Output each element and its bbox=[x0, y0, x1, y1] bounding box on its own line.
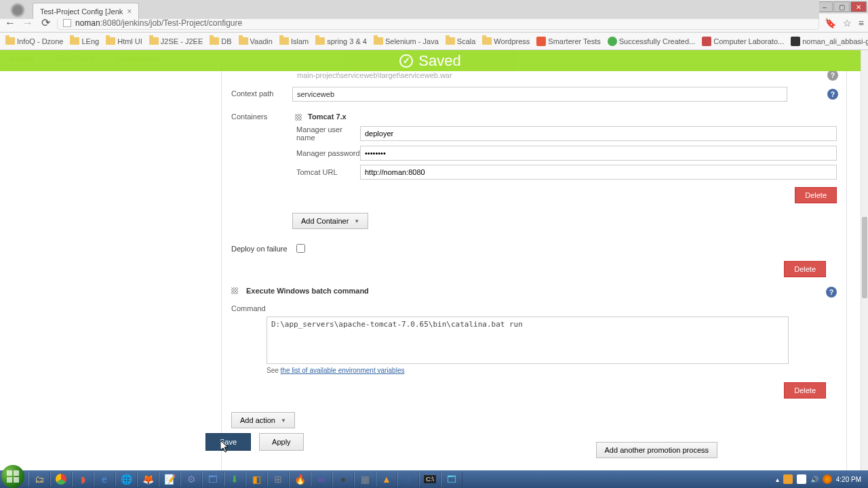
bookmark-item[interactable]: Smarterer Tests bbox=[536, 37, 600, 46]
url-path: :8080/jenkins/job/Test-Project/configure bbox=[100, 18, 242, 28]
bookmark-item[interactable]: Wordpress bbox=[482, 37, 530, 45]
bookmark-item[interactable]: J2SE - J2EE bbox=[149, 37, 203, 45]
help-icon[interactable]: ? bbox=[826, 287, 837, 298]
extension-icon[interactable]: 🔖 bbox=[825, 18, 836, 28]
manager-user-input[interactable] bbox=[360, 126, 837, 141]
window-maximize-button[interactable]: ▢ bbox=[833, 1, 850, 12]
add-promotion-button[interactable]: Add another promotion process bbox=[596, 442, 717, 458]
close-tab-icon[interactable]: × bbox=[127, 7, 132, 16]
tomcat-url-input[interactable] bbox=[360, 165, 837, 180]
command-hint: See the list of available environment va… bbox=[267, 365, 846, 378]
folder-icon bbox=[374, 37, 383, 45]
folder-icon bbox=[70, 37, 79, 45]
apply-button[interactable]: Apply bbox=[259, 433, 304, 451]
container-section-title: Tomcat 7.x bbox=[292, 110, 837, 123]
taskbar-app[interactable]: 🌐 bbox=[115, 472, 137, 487]
tray-show-hidden-icon[interactable]: ▴ bbox=[776, 476, 779, 483]
taskbar-app[interactable]: ▲ bbox=[376, 472, 397, 487]
tray-clock[interactable]: 4:20 PM bbox=[836, 476, 861, 483]
delete-container-button[interactable]: Delete bbox=[795, 187, 837, 203]
bookmark-item[interactable]: DB bbox=[210, 37, 231, 45]
window-close-button[interactable]: ✕ bbox=[850, 1, 867, 12]
delete-deploy-button[interactable]: Delete bbox=[784, 261, 826, 277]
page-scrollbar[interactable] bbox=[861, 50, 868, 472]
deploy-on-failure-checkbox[interactable] bbox=[296, 244, 305, 253]
menu-icon[interactable]: ≡ bbox=[859, 18, 864, 28]
folder-icon bbox=[482, 37, 492, 45]
taskbar-app[interactable]: ℐ bbox=[397, 472, 419, 487]
taskbar-app[interactable]: 📝 bbox=[159, 472, 180, 487]
bookmark-item[interactable]: Html UI bbox=[106, 37, 142, 45]
taskbar-app[interactable]: ⊞ bbox=[267, 472, 289, 487]
deploy-on-failure-label: Deploy on failure bbox=[231, 245, 292, 253]
url-domain: noman bbox=[75, 18, 100, 28]
taskbar-app[interactable]: ∞ bbox=[311, 472, 332, 487]
browser-tab-active[interactable]: Test-Project Config [Jenk × bbox=[33, 3, 139, 19]
manager-password-label: Manager password bbox=[292, 149, 360, 157]
bookmark-item[interactable]: Selenium - Java bbox=[374, 37, 439, 45]
command-label: Command bbox=[231, 302, 268, 312]
check-icon: ✓ bbox=[399, 54, 413, 68]
save-button[interactable]: Save bbox=[205, 433, 251, 451]
taskbar-app[interactable]: e bbox=[94, 472, 115, 487]
help-icon[interactable]: ? bbox=[827, 89, 838, 100]
bookmark-item[interactable]: InfoQ - Dzone bbox=[5, 37, 63, 45]
taskbar-app[interactable]: ◧ bbox=[245, 472, 267, 487]
site-icon bbox=[702, 37, 711, 46]
bookmark-item[interactable]: LEng bbox=[70, 37, 99, 45]
caret-down-icon: ▼ bbox=[281, 418, 286, 424]
taskbar-app[interactable]: 🔥 bbox=[289, 472, 311, 487]
taskbar-app[interactable]: ▦ bbox=[354, 472, 376, 487]
taskbar-app[interactable]: 🗔 bbox=[202, 472, 224, 487]
drag-handle-icon[interactable] bbox=[231, 287, 238, 294]
bookmark-item[interactable]: Computer Laborato... bbox=[702, 37, 784, 46]
folder-icon bbox=[315, 37, 325, 45]
taskbar-app[interactable]: ◗ bbox=[72, 472, 94, 487]
folder-icon bbox=[446, 37, 455, 45]
folder-icon bbox=[239, 37, 248, 45]
taskbar-app[interactable]: ⬇ bbox=[224, 472, 245, 487]
system-tray: ▴ 🔊 4:20 PM bbox=[770, 474, 867, 484]
saved-notification-banner: ✓ Saved bbox=[0, 50, 861, 71]
bookmark-item[interactable]: Islam bbox=[279, 37, 309, 45]
tab-title: Test-Project Config [Jenk bbox=[40, 7, 123, 16]
add-action-button[interactable]: Add action▼ bbox=[231, 412, 295, 428]
page-icon bbox=[63, 19, 71, 27]
start-button[interactable] bbox=[1, 465, 24, 488]
tray-icon[interactable] bbox=[797, 474, 806, 484]
forward-button[interactable]: → bbox=[22, 17, 34, 29]
saved-label: Saved bbox=[418, 52, 460, 70]
bookmark-item[interactable]: Scala bbox=[446, 37, 476, 45]
tray-volume-icon[interactable]: 🔊 bbox=[810, 476, 818, 483]
manager-password-input[interactable] bbox=[360, 146, 837, 161]
manager-user-label: Manager user name bbox=[292, 125, 360, 142]
containers-label: Containers bbox=[231, 110, 292, 121]
windows-taskbar: 🗂 ◗ e 🌐 🦊 📝 ⚙ 🗔 ⬇ ◧ ⊞ 🔥 ∞ ● ▦ ▲ ℐ C:\ 🗔 … bbox=[0, 470, 868, 488]
add-container-button[interactable]: Add Container▼ bbox=[292, 213, 368, 229]
context-path-input[interactable] bbox=[292, 87, 787, 102]
help-icon[interactable]: ? bbox=[827, 70, 838, 81]
favorite-icon[interactable]: ☆ bbox=[843, 18, 852, 28]
taskbar-app[interactable]: ⚙ bbox=[180, 472, 202, 487]
drag-handle-icon[interactable] bbox=[295, 114, 302, 121]
taskbar-app[interactable]: C:\ bbox=[419, 472, 441, 487]
config-form-panel: ? Context path ? Containers Tomcat 7.x M… bbox=[221, 50, 847, 472]
folder-icon bbox=[210, 37, 219, 45]
env-vars-link[interactable]: the list of available environment variab… bbox=[281, 367, 405, 374]
bookmark-item[interactable]: noman_ali_abbasi-git bbox=[791, 37, 868, 46]
site-icon bbox=[791, 37, 800, 46]
site-icon bbox=[608, 37, 617, 46]
taskbar-app-chrome[interactable] bbox=[50, 472, 72, 487]
taskbar-app[interactable]: 🗂 bbox=[28, 472, 50, 487]
command-textarea[interactable] bbox=[267, 317, 789, 364]
scrollbar-thumb[interactable] bbox=[862, 217, 867, 298]
delete-batch-button[interactable]: Delete bbox=[784, 382, 826, 399]
taskbar-app[interactable]: 🗔 bbox=[441, 472, 462, 487]
bookmark-item[interactable]: spring 3 & 4 bbox=[315, 37, 367, 45]
tray-icon[interactable] bbox=[783, 474, 793, 484]
taskbar-app[interactable]: ● bbox=[332, 472, 354, 487]
taskbar-app[interactable]: 🦊 bbox=[137, 472, 159, 487]
bookmark-item[interactable]: Successfully Created... bbox=[608, 37, 696, 46]
tray-icon[interactable] bbox=[823, 474, 832, 484]
bookmark-item[interactable]: Vaadin bbox=[239, 37, 273, 45]
